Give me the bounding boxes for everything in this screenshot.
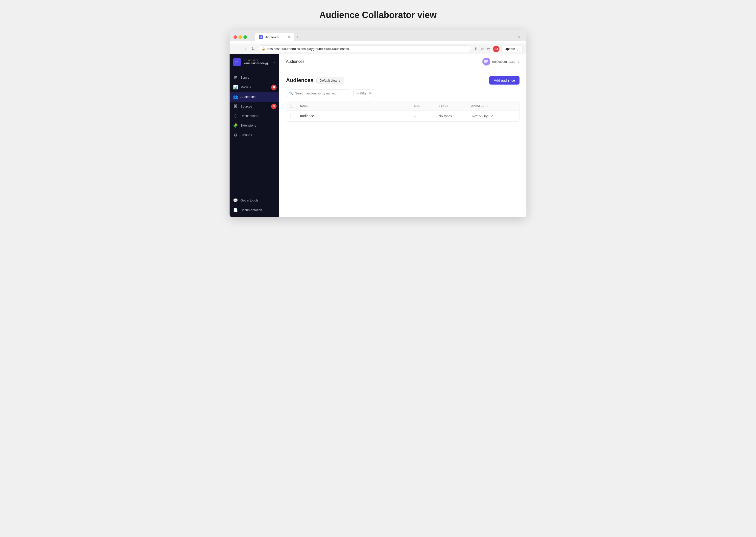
- destinations-icon: ⬡: [233, 113, 238, 118]
- update-button[interactable]: Update ⋮: [502, 46, 522, 52]
- browser-toolbar: ← → ↻ 🔒 localhost:3000/permissions-playg…: [230, 44, 526, 54]
- audience-syncs: No syncs: [439, 114, 471, 118]
- sidebar-item-sources[interactable]: 🗄 Sources ✕: [230, 102, 279, 111]
- sidebar-item-destinations[interactable]: ⬡ Destinations: [230, 111, 279, 121]
- sidebar-item-label-sources: Sources: [241, 104, 252, 108]
- content-title: Audiences: [286, 77, 313, 84]
- content-header-left: Audiences Default view ∨: [286, 77, 344, 84]
- app-layout: ht WORKSPACE Permissions Playg... ∨ ⊞ Sy…: [230, 54, 526, 217]
- filter-icon: ≡: [357, 92, 359, 95]
- view-selector-dropdown[interactable]: Default view ∨: [316, 77, 344, 84]
- browser-user-avatar: Ed: [493, 46, 500, 52]
- sidebar-item-label-audiences: Audiences: [241, 95, 255, 99]
- sidebar-toggle-icon[interactable]: ▭: [486, 46, 491, 52]
- col-header-size: SIZE: [414, 104, 439, 108]
- audience-updated: 07/21/22 by EP: [471, 114, 515, 118]
- audiences-table: NAME SIZE SYNCS UPDATED ↕: [286, 101, 519, 122]
- models-icon: 📊: [233, 85, 238, 90]
- syncs-icon: ⊞: [233, 75, 238, 80]
- documentation-icon: 📄: [233, 208, 238, 212]
- forward-button[interactable]: →: [242, 46, 248, 52]
- sidebar-item-models[interactable]: 📊 Models ✕: [230, 82, 279, 92]
- minimize-button[interactable]: [239, 35, 242, 39]
- row-checkbox[interactable]: [290, 114, 294, 118]
- get-in-touch-icon: 💬: [233, 198, 238, 203]
- sidebar-item-settings[interactable]: ⚙ Settings: [230, 130, 279, 140]
- sidebar-item-get-in-touch[interactable]: 💬 Get in touch: [230, 195, 279, 205]
- sidebar-item-label-extensions: Extensions: [241, 124, 256, 127]
- search-filter-row: 🔍 ≡ Filter ∨: [286, 90, 519, 97]
- address-bar[interactable]: 🔒 localhost:3000/permissions-playground-…: [258, 46, 471, 52]
- search-icon: 🔍: [289, 92, 293, 95]
- sidebar-item-documentation[interactable]: 📄 Documentation: [230, 205, 279, 215]
- view-selector-chevron-icon: ∨: [338, 79, 341, 82]
- workspace-info: WORKSPACE Permissions Playg...: [244, 59, 271, 65]
- sidebar-item-label-syncs: Syncs: [241, 76, 249, 79]
- sidebar-bottom: 💬 Get in touch 📄 Documentation: [230, 193, 279, 217]
- workspace-name: Permissions Playg...: [244, 62, 271, 65]
- topbar: Audiences EP ed@acutulus.co ∨: [279, 54, 526, 69]
- expand-icon[interactable]: ∨: [518, 35, 522, 39]
- workspace-header[interactable]: ht WORKSPACE Permissions Playg... ∨: [230, 54, 279, 70]
- share-icon[interactable]: ⬆: [474, 46, 478, 52]
- table-header-row: NAME SIZE SYNCS UPDATED ↕: [286, 102, 519, 110]
- sidebar-item-label-destinations: Destinations: [241, 114, 258, 118]
- search-box[interactable]: 🔍: [286, 90, 350, 97]
- filter-chevron-icon: ∨: [369, 92, 371, 95]
- sort-icon[interactable]: ↕: [487, 104, 488, 107]
- user-email: ed@acutulus.co: [492, 60, 515, 63]
- sidebar-item-syncs[interactable]: ⊞ Syncs: [230, 73, 279, 82]
- sidebar-item-audiences[interactable]: 👥 Audiences: [230, 92, 279, 102]
- page-heading: Audience Collaborator view: [319, 10, 437, 20]
- topbar-user[interactable]: EP ed@acutulus.co ∨: [482, 58, 519, 65]
- select-all-checkbox[interactable]: [290, 104, 294, 108]
- filter-button[interactable]: ≡ Filter ∨: [353, 90, 375, 97]
- sidebar-item-label-documentation: Documentation: [241, 208, 262, 212]
- reload-button[interactable]: ↻: [250, 46, 255, 52]
- content-area: Audiences Default view ∨ Add audience 🔍: [279, 69, 526, 217]
- sidebar-item-label-get-in-touch: Get in touch: [241, 198, 258, 202]
- back-button[interactable]: ←: [234, 46, 240, 52]
- table-row: audience -- No syncs 07/21/22 by EP: [286, 110, 519, 121]
- settings-icon: ⚙: [233, 133, 238, 138]
- view-selector-label: Default view: [320, 79, 337, 82]
- lock-icon: 🔒: [262, 47, 265, 51]
- search-input[interactable]: [295, 92, 347, 95]
- browser-window: ht Hightouch ✕ + ∨ ← → ↻ 🔒 localhost:300…: [230, 30, 526, 217]
- col-header-updated: UPDATED ↕: [471, 104, 515, 108]
- tab-close-icon[interactable]: ✕: [288, 35, 290, 39]
- main-content: Audiences EP ed@acutulus.co ∨ Audiences …: [279, 54, 526, 217]
- browser-tabs: ht Hightouch ✕ +: [255, 33, 301, 41]
- workspace-chevron-icon: ∨: [273, 60, 276, 64]
- sidebar-item-label-models: Models: [241, 85, 251, 89]
- models-error-badge: ✕: [271, 85, 277, 90]
- sources-icon: 🗄: [233, 104, 238, 108]
- audience-size: --: [414, 114, 439, 118]
- sources-error-badge: ✕: [271, 103, 277, 109]
- maximize-button[interactable]: [244, 35, 247, 39]
- sidebar-nav: ⊞ Syncs 📊 Models ✕ 👥 Audiences 🗄 Sources…: [230, 70, 279, 193]
- filter-label: Filter: [360, 92, 368, 95]
- workspace-label: WORKSPACE: [244, 59, 271, 62]
- topbar-title: Audiences: [286, 59, 304, 64]
- tab-title: Hightouch: [265, 35, 279, 39]
- col-header-syncs: SYNCS: [439, 104, 471, 108]
- browser-tab-hightouch[interactable]: ht Hightouch ✕: [255, 33, 294, 41]
- workspace-logo: ht: [233, 58, 241, 66]
- col-header-name: NAME: [300, 104, 414, 108]
- audience-name[interactable]: audience: [300, 114, 414, 118]
- sidebar-item-extensions[interactable]: 🧩 Extensions: [230, 121, 279, 130]
- toolbar-actions: ⬆ ☆ ▭ Ed Update ⋮: [474, 46, 522, 52]
- close-button[interactable]: [234, 35, 237, 39]
- tab-favicon: ht: [259, 35, 263, 39]
- bookmark-icon[interactable]: ☆: [480, 46, 484, 52]
- add-audience-button[interactable]: Add audience: [489, 76, 519, 85]
- url-text: localhost:3000/permissions-playground-4w…: [267, 47, 349, 51]
- user-avatar: EP: [482, 58, 490, 65]
- update-menu-icon: ⋮: [516, 47, 519, 51]
- sidebar-item-label-settings: Settings: [241, 133, 252, 137]
- user-menu-chevron-icon: ∨: [517, 60, 519, 63]
- new-tab-button[interactable]: +: [294, 34, 301, 41]
- audiences-icon: 👥: [233, 95, 238, 99]
- content-header: Audiences Default view ∨ Add audience: [286, 76, 519, 85]
